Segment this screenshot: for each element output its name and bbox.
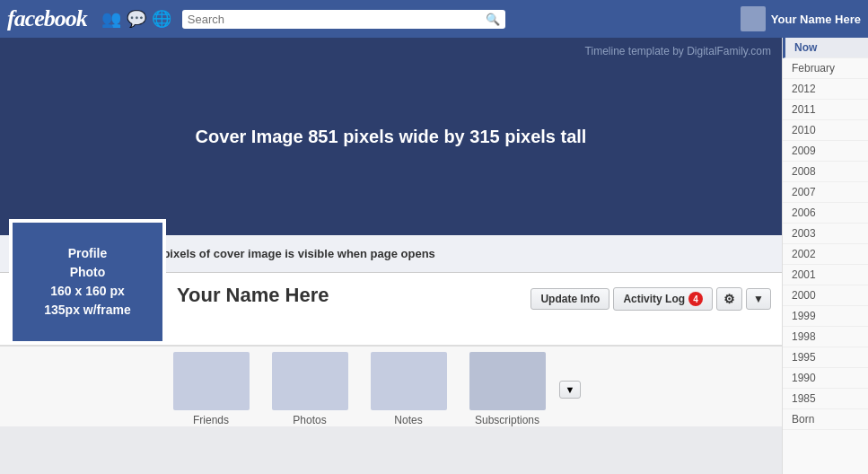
timeline-item[interactable]: 2007 bbox=[783, 182, 868, 203]
facebook-logo: facebook bbox=[7, 5, 87, 32]
timeline-item[interactable]: Now bbox=[783, 38, 868, 58]
timeline-item[interactable]: Born bbox=[783, 409, 868, 430]
main-layout: Timeline template by DigitalFamily.com C… bbox=[0, 38, 868, 474]
timeline-item[interactable]: 1999 bbox=[783, 306, 868, 327]
actions-dropdown-button[interactable]: ▼ bbox=[746, 288, 771, 310]
activity-badge: 4 bbox=[688, 292, 703, 306]
gear-button[interactable]: ⚙ bbox=[716, 287, 742, 311]
timeline-sidebar: NowFebruary20122011201020092008200720062… bbox=[782, 38, 868, 474]
globe-nav-icon[interactable]: 🌐 bbox=[152, 9, 171, 29]
timeline-item[interactable]: 2003 bbox=[783, 224, 868, 244]
timeline-item[interactable]: 1995 bbox=[783, 347, 868, 368]
top-navigation: facebook 👥 💬 🌐 🔍 Your Name Here bbox=[0, 0, 868, 38]
watermark-text: Timeline template by DigitalFamily.com bbox=[585, 45, 771, 57]
timeline-item[interactable]: 1998 bbox=[783, 327, 868, 347]
timeline-item[interactable]: 2011 bbox=[783, 100, 868, 120]
photos-thumbnail bbox=[272, 352, 348, 410]
timeline-item[interactable]: 2002 bbox=[783, 244, 868, 265]
profile-name: Your Name Here bbox=[177, 284, 329, 307]
search-button[interactable]: 🔍 bbox=[486, 13, 500, 26]
timeline-item[interactable]: 2010 bbox=[783, 120, 868, 141]
action-buttons: Update Info Activity Log 4 ⚙ ▼ bbox=[530, 287, 771, 311]
photos-label: Photos bbox=[293, 414, 326, 426]
subscriptions-thumbnail bbox=[469, 352, 546, 410]
cover-area: Timeline template by DigitalFamily.com C… bbox=[0, 38, 782, 235]
friends-section: Friends Photos Notes Subscriptions ▼ bbox=[0, 346, 782, 426]
friends-column: Friends bbox=[162, 352, 260, 426]
friends-thumbnail bbox=[173, 352, 250, 410]
timeline-item[interactable]: 2009 bbox=[783, 141, 868, 162]
timeline-item[interactable]: 2001 bbox=[783, 265, 868, 285]
messages-nav-icon[interactable]: 💬 bbox=[127, 9, 146, 29]
notes-column: Notes bbox=[359, 352, 458, 426]
user-area: Your Name Here bbox=[741, 6, 861, 31]
timeline-item[interactable]: 1985 bbox=[783, 389, 868, 409]
photos-column: Photos bbox=[260, 352, 359, 426]
activity-log-label: Activity Log bbox=[623, 293, 685, 305]
profile-row: ProfilePhoto160 x 160 px135px w/frame Yo… bbox=[0, 273, 782, 346]
activity-log-button[interactable]: Activity Log 4 bbox=[613, 287, 713, 311]
friends-dropdown-button[interactable]: ▼ bbox=[559, 381, 582, 399]
notes-thumbnail bbox=[371, 352, 447, 410]
friends-label: Friends bbox=[193, 414, 229, 426]
friends-nav-icon[interactable]: 👥 bbox=[101, 9, 121, 29]
friends-dropdown-area: ▼ bbox=[557, 352, 583, 426]
timeline-list: NowFebruary20122011201020092008200720062… bbox=[783, 38, 868, 430]
search-input[interactable] bbox=[188, 13, 486, 26]
avatar bbox=[741, 6, 766, 31]
nav-icons-group: 👥 💬 🌐 bbox=[101, 9, 171, 29]
center-content: Timeline template by DigitalFamily.com C… bbox=[0, 38, 782, 474]
name-actions-area: Your Name Here Update Info Activity Log … bbox=[166, 273, 782, 318]
profile-photo-box: ProfilePhoto160 x 160 px135px w/frame bbox=[9, 219, 166, 345]
search-box: 🔍 bbox=[182, 10, 505, 29]
subscriptions-label: Subscriptions bbox=[475, 414, 539, 426]
timeline-item[interactable]: February bbox=[783, 58, 868, 79]
timeline-item[interactable]: 2006 bbox=[783, 203, 868, 224]
profile-photo-label: ProfilePhoto160 x 160 px135px w/frame bbox=[44, 244, 131, 320]
timeline-item[interactable]: 2000 bbox=[783, 285, 868, 306]
timeline-item[interactable]: 2008 bbox=[783, 162, 868, 182]
notes-label: Notes bbox=[394, 414, 422, 426]
update-info-button[interactable]: Update Info bbox=[530, 288, 609, 310]
subscriptions-column: Subscriptions bbox=[458, 352, 557, 426]
cover-text: Cover Image 851 pixels wide by 315 pixel… bbox=[196, 127, 587, 147]
timeline-item[interactable]: 1990 bbox=[783, 368, 868, 389]
user-name: Your Name Here bbox=[771, 13, 861, 26]
timeline-item[interactable]: 2012 bbox=[783, 79, 868, 100]
